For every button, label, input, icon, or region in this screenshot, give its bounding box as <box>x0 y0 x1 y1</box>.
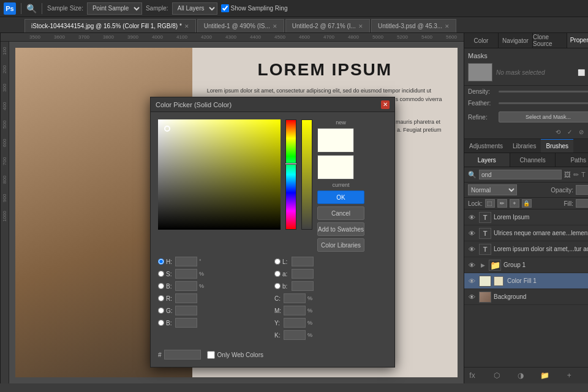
m-input[interactable]: 0 <box>284 306 306 315</box>
add-pixel-mask-button[interactable]: ⬜ <box>576 67 586 77</box>
ok-button[interactable]: OK <box>317 190 364 204</box>
add-to-swatches-button[interactable]: Add to Swatches <box>317 222 364 236</box>
color-picker-close-button[interactable]: ✕ <box>381 100 390 109</box>
add-layer-style-button[interactable]: fx <box>467 370 478 381</box>
properties-tab[interactable]: Properties <box>567 33 588 48</box>
ruler-tick: 3800 <box>96 34 121 40</box>
lock-all-button[interactable]: 🔒 <box>522 199 532 208</box>
layer-thumbnail: T <box>479 244 491 255</box>
c-input[interactable]: 1 <box>284 293 306 303</box>
invert-mask-button[interactable]: ⟲ <box>553 127 563 137</box>
layer-item[interactable]: 👁 T Lorem ipsum dolor sit amet,...tur ad… <box>464 241 588 257</box>
libraries-tab[interactable]: Libraries <box>508 139 541 153</box>
color-libraries-button[interactable]: Color Libraries <box>317 238 364 252</box>
select-and-mask-button[interactable]: Select and Mask... <box>499 111 588 123</box>
layer-visibility-toggle[interactable]: 👁 <box>467 213 477 222</box>
new-layer-button[interactable]: + <box>564 370 575 381</box>
h-radio[interactable] <box>158 258 164 265</box>
lock-position-button[interactable]: + <box>510 199 519 208</box>
layer-visibility-toggle[interactable]: 👁 <box>467 276 477 286</box>
tab-2[interactable]: Untitled-2 @ 67.1% (I... ✕ <box>285 19 370 32</box>
y-input[interactable]: 13 <box>284 318 306 328</box>
disable-mask-button[interactable]: ⊘ <box>576 127 586 137</box>
apply-mask-button[interactable]: ✓ <box>565 127 575 137</box>
eyedropper-tool-icon[interactable]: 🔍 <box>26 4 37 13</box>
layer-background-item[interactable]: 👁 Background 🔒 <box>464 289 588 305</box>
color-picker-body: new current OK Cancel Add to Swatches <box>151 112 394 367</box>
layer-visibility-toggle[interactable]: 👁 <box>467 292 477 302</box>
layer-visibility-toggle[interactable]: 👁 <box>467 244 477 254</box>
layers-filter-icon-3[interactable]: T <box>581 170 586 179</box>
g-input[interactable]: 254 <box>175 306 197 315</box>
blend-mode-select[interactable]: Normal <box>468 184 517 195</box>
layers-filter-input[interactable] <box>479 170 562 179</box>
color-hue-strip[interactable] <box>285 119 296 230</box>
tab-close-1[interactable]: ✕ <box>273 23 277 29</box>
adjustments-tab[interactable]: Adjustments <box>464 139 508 153</box>
b3-input[interactable]: 14 <box>292 281 314 291</box>
color-alpha-strip[interactable] <box>301 119 312 230</box>
clone-source-tab[interactable]: Clone Source <box>533 33 567 48</box>
fill-input[interactable]: 100% <box>576 199 588 208</box>
a-radio[interactable] <box>274 271 281 277</box>
lock-transparent-button[interactable]: ⬚ <box>485 199 495 208</box>
b2-radio[interactable] <box>158 320 164 326</box>
tab-close-0[interactable]: ✕ <box>184 23 189 29</box>
layer-group-item[interactable]: 👁 ▶ 📁 Group 1 <box>464 257 588 273</box>
feather-row: Feather: <box>464 97 588 109</box>
opacity-input[interactable]: 55% <box>576 185 588 195</box>
hex-input[interactable]: fffee2 <box>164 350 201 360</box>
canvas-area[interactable]: LOREM IPSUM Lorem ipsum dolor sit amet, … <box>9 42 464 383</box>
refine-row: Refine: Select and Mask... <box>464 109 588 125</box>
layer-visibility-toggle[interactable]: 👁 <box>467 228 477 238</box>
l-radio[interactable] <box>274 258 281 265</box>
color-gradient-box[interactable] <box>158 119 281 230</box>
b2-input[interactable]: 226 <box>175 318 197 328</box>
k-input[interactable]: 0 <box>284 330 306 340</box>
r-radio[interactable] <box>158 295 164 301</box>
cancel-button[interactable]: Cancel <box>317 206 364 220</box>
brushes-tab[interactable]: Brushes <box>541 139 573 153</box>
add-mask-button[interactable]: ⬡ <box>491 370 502 381</box>
show-sampling-ring-checkbox[interactable] <box>221 4 229 12</box>
layer-item-active[interactable]: 👁 Color Fill 1 <box>464 273 588 289</box>
sample-select[interactable]: All Layers <box>172 2 217 15</box>
l-input[interactable]: 99 <box>292 257 314 266</box>
g-radio[interactable] <box>158 307 164 314</box>
a-input[interactable]: -3 <box>292 269 314 279</box>
color-tab[interactable]: Color <box>464 33 499 48</box>
layer-visibility-toggle[interactable]: 👁 <box>467 260 477 270</box>
b3-radio[interactable] <box>274 283 281 289</box>
paths-tab[interactable]: Paths <box>556 153 588 167</box>
b-radio[interactable] <box>158 283 164 289</box>
feather-slider[interactable] <box>499 102 588 104</box>
channels-tab[interactable]: Channels <box>510 153 556 167</box>
s-radio[interactable] <box>158 271 164 277</box>
tab-0[interactable]: iStock-1044344154.jpg @ 16.5% (Color Fil… <box>24 19 196 32</box>
b-input[interactable]: 100 <box>175 281 197 291</box>
ruler-tick-v: 300 <box>2 78 7 97</box>
layer-item[interactable]: 👁 T Lorem Ipsum <box>464 209 588 225</box>
layers-filter-icon-1[interactable]: 🖼 <box>564 170 571 179</box>
new-group-button[interactable]: 📁 <box>540 370 551 381</box>
r-input[interactable]: 255 <box>175 293 197 303</box>
density-slider[interactable] <box>499 91 588 92</box>
layers-tab[interactable]: Layers <box>464 153 510 167</box>
navigator-tab[interactable]: Navigator <box>499 33 533 48</box>
h-input[interactable]: 58 <box>175 257 197 266</box>
layers-filter-icon-2[interactable]: ✏ <box>573 170 579 179</box>
tab-1[interactable]: Untitled-1 @ 490% (IS... ✕ <box>197 19 284 32</box>
only-web-colors-checkbox[interactable] <box>207 351 215 359</box>
group-expand-arrow[interactable]: ▶ <box>479 262 486 268</box>
tab-3[interactable]: Untitled-3.psd @ 45.3... ✕ <box>371 19 456 32</box>
lock-image-button[interactable]: ✏ <box>497 199 507 208</box>
layers-search-icon[interactable]: 🔍 <box>468 170 477 179</box>
tab-close-2[interactable]: ✕ <box>358 23 363 29</box>
add-adjustment-button[interactable]: ◑ <box>515 370 526 381</box>
tab-close-3[interactable]: ✕ <box>445 23 450 29</box>
show-sampling-ring-label[interactable]: Show Sampling Ring <box>221 4 288 12</box>
layer-item[interactable]: 👁 T Ulrices neque ornare aene...lementum… <box>464 225 588 241</box>
s-input[interactable]: 11 <box>175 269 197 279</box>
sample-size-select[interactable]: Point Sample <box>87 2 142 15</box>
no-mask-text: No mask selected <box>496 69 545 76</box>
